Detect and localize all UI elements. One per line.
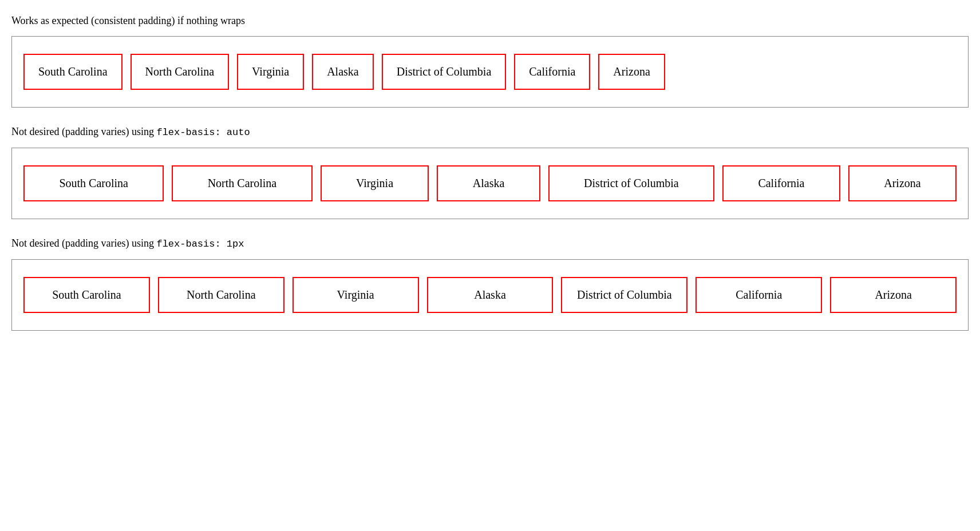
list-item: District of Columbia xyxy=(548,165,714,201)
list-item: South Carolina xyxy=(23,277,150,313)
list-item: Arizona xyxy=(598,54,665,90)
list-item: North Carolina xyxy=(158,277,284,313)
list-item: California xyxy=(722,165,840,201)
section-3-flex-container: South Carolina North Carolina Virginia A… xyxy=(11,259,969,331)
list-item: South Carolina xyxy=(23,165,164,201)
list-item: Virginia xyxy=(237,54,304,90)
section-1-flex-container: South Carolina North Carolina Virginia A… xyxy=(11,36,969,108)
list-item: North Carolina xyxy=(172,165,312,201)
section-1: Works as expected (consistent padding) i… xyxy=(11,14,969,108)
section-3-code: flex-basis: 1px xyxy=(156,239,244,249)
list-item: California xyxy=(696,277,822,313)
list-item: Arizona xyxy=(830,277,957,313)
list-item: District of Columbia xyxy=(382,54,507,90)
list-item: California xyxy=(514,54,590,90)
list-item: Virginia xyxy=(321,165,429,201)
list-item: Alaska xyxy=(437,165,540,201)
section-3: Not desired (padding varies) using flex-… xyxy=(11,236,969,331)
section-3-label: Not desired (padding varies) using flex-… xyxy=(11,236,969,251)
list-item: Alaska xyxy=(312,54,374,90)
list-item: North Carolina xyxy=(131,54,230,90)
section-2-flex-container: South Carolina North Carolina Virginia A… xyxy=(11,148,969,219)
section-1-label: Works as expected (consistent padding) i… xyxy=(11,14,969,28)
list-item: Alaska xyxy=(427,277,554,313)
list-item: Virginia xyxy=(293,277,419,313)
list-item: District of Columbia xyxy=(561,277,687,313)
section-2: Not desired (padding varies) using flex-… xyxy=(11,125,969,219)
section-2-label: Not desired (padding varies) using flex-… xyxy=(11,125,969,140)
list-item: South Carolina xyxy=(23,54,122,90)
list-item: Arizona xyxy=(848,165,957,201)
section-2-code: flex-basis: auto xyxy=(156,127,250,138)
